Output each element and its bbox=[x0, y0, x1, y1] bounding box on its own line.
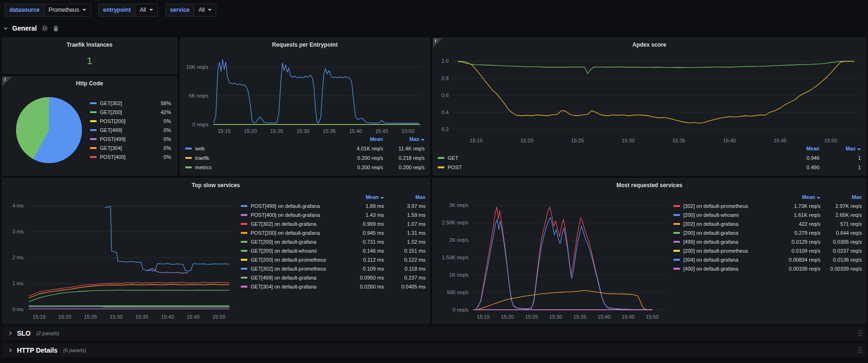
legend-item: POST[499]0% bbox=[90, 135, 171, 144]
legend-item-name[interactable]: [302] on default-grafana bbox=[673, 221, 779, 227]
legend-item-name[interactable]: POST bbox=[438, 165, 778, 170]
svg-text:15:25: 15:25 bbox=[525, 314, 538, 320]
panel-title-text: Requests per Entrypoint bbox=[272, 41, 337, 48]
series-swatch bbox=[438, 157, 444, 159]
series-swatch bbox=[90, 156, 97, 158]
legend-item: [302] on default-prometheus1.73K req/s2.… bbox=[673, 201, 862, 210]
legend-sort-mean[interactable]: Mean bbox=[778, 146, 819, 151]
legend-value: 422 req/s bbox=[779, 221, 820, 227]
most-requested-chart[interactable]: 0 req/s500 req/s1K req/s1.50K req/s2K re… bbox=[437, 192, 671, 320]
legend-item-name[interactable]: POST[400] on default-grafana bbox=[241, 212, 343, 218]
series-swatch bbox=[90, 129, 97, 131]
legend-item: POST[400] on default-grafana1.43 ms1.59 … bbox=[241, 210, 426, 219]
http-code-pie-chart[interactable] bbox=[16, 97, 82, 163]
svg-text:15:45: 15:45 bbox=[375, 128, 388, 134]
legend-value: 0.490 bbox=[778, 165, 819, 170]
panel-title-apdex[interactable]: Apdex score bbox=[433, 38, 866, 51]
legend-sort-mean[interactable]: Mean bbox=[779, 194, 820, 200]
legend-item: POST[499] on default-grafana1.89 ms3.97 … bbox=[241, 201, 426, 210]
sort-caret-icon bbox=[817, 197, 820, 199]
legend-item-name[interactable]: GET bbox=[438, 155, 778, 161]
series-swatch bbox=[438, 166, 444, 168]
legend-item-name[interactable]: traefik bbox=[185, 155, 342, 161]
http-code-legend: GET[302]58%GET[200]42%POST[200]0%GET[499… bbox=[90, 99, 171, 162]
series-swatch bbox=[673, 214, 680, 216]
var-service-select[interactable]: All bbox=[194, 4, 216, 16]
legend-item-name[interactable]: GET[304] on default-grafana bbox=[241, 284, 343, 289]
legend-header: MeanMax bbox=[241, 193, 426, 201]
legend-value: 58% bbox=[151, 100, 171, 106]
legend-item-name[interactable]: [499] on default-grafana bbox=[673, 239, 779, 245]
top-slow-chart[interactable]: 0 ms1 ms2 ms3 ms4 ms15:1515:2015:2515:30… bbox=[6, 192, 238, 320]
panel-title-requests[interactable]: Requests per Entrypoint bbox=[180, 38, 429, 51]
trash-icon[interactable] bbox=[53, 25, 59, 32]
variables-bar: datasource Prometheus entrypoint All ser… bbox=[0, 0, 868, 20]
svg-text:0.6: 0.6 bbox=[442, 92, 449, 98]
requests-chart[interactable]: 0 req/s5K req/s10K req/s15:1515:2015:251… bbox=[182, 51, 427, 134]
legend-value: 1.02 ms bbox=[384, 239, 426, 245]
gear-icon[interactable] bbox=[41, 25, 48, 32]
row-drag-handle[interactable] bbox=[858, 346, 862, 354]
row-header-http-details[interactable]: HTTP Details (6 panels) bbox=[2, 343, 866, 357]
legend-item-name[interactable]: GET[302] on default-prometheus bbox=[241, 266, 343, 272]
legend-item-name[interactable]: GET[302] bbox=[90, 100, 151, 106]
var-entrypoint-select[interactable]: All bbox=[135, 4, 157, 16]
legend-item-name[interactable]: metrics bbox=[185, 165, 342, 170]
legend-item-name[interactable]: GET[499] on default-grafana bbox=[241, 275, 343, 280]
legend-item-name[interactable]: [304] on default-grafana bbox=[673, 257, 779, 263]
legend-sort-max[interactable]: Max bbox=[384, 194, 426, 200]
panel-info-corner[interactable] bbox=[2, 77, 12, 86]
legend-item-name[interactable]: GET[200] on default-prometheus bbox=[241, 257, 343, 263]
var-entrypoint-value: All bbox=[139, 7, 146, 13]
row-drag-handle[interactable] bbox=[858, 330, 862, 337]
svg-text:15:45: 15:45 bbox=[774, 138, 787, 143]
legend-item-name[interactable]: GET[499] bbox=[90, 127, 151, 133]
legend-sort-max[interactable]: Max bbox=[819, 146, 861, 151]
legend-item-name[interactable]: POST[499] on default-grafana bbox=[241, 203, 343, 209]
panel-requests-per-entrypoint: Requests per Entrypoint 0 req/s5K req/s1… bbox=[180, 38, 430, 175]
panel-info-corner[interactable] bbox=[433, 38, 442, 48]
panel-title-most-requested[interactable]: Most requested services bbox=[433, 179, 866, 192]
series-swatch bbox=[90, 147, 97, 149]
panel-title-traefik-instances[interactable]: Traefik Instances bbox=[2, 38, 177, 51]
legend-item-name[interactable]: [200] on default-whoami bbox=[673, 212, 779, 218]
legend-item-name[interactable]: [400] on default-grafana bbox=[673, 266, 779, 272]
legend-value: 0.118 ms bbox=[384, 266, 426, 272]
legend-item-name[interactable]: GET[302] on default-grafana bbox=[241, 221, 343, 227]
svg-text:2 ms: 2 ms bbox=[12, 255, 24, 260]
legend-item-name[interactable]: [200] on default-grafana bbox=[673, 230, 779, 236]
svg-text:15:40: 15:40 bbox=[161, 314, 174, 320]
svg-text:15:30: 15:30 bbox=[549, 314, 563, 320]
legend-item-name[interactable]: POST[200] bbox=[90, 118, 151, 124]
series-swatch bbox=[673, 268, 680, 270]
legend-item-name[interactable]: GET[200] bbox=[90, 109, 151, 115]
legend-value: 0.00339 req/s bbox=[820, 266, 862, 272]
var-datasource-select[interactable]: Prometheus bbox=[44, 4, 91, 16]
legend-value: 1.07 ms bbox=[384, 221, 426, 227]
legend-item-name[interactable]: web bbox=[185, 146, 342, 151]
legend-item: [200] on default-whoami1.61K req/s2.65K … bbox=[673, 210, 862, 219]
legend-item-name[interactable]: GET[304] bbox=[90, 145, 151, 151]
legend-item-name[interactable]: [302] on default-prometheus bbox=[673, 203, 779, 209]
legend-item-name[interactable]: POST[499] bbox=[90, 136, 151, 142]
legend-item-name[interactable]: POST[200] on default-grafana bbox=[241, 230, 343, 236]
legend-item-name[interactable]: GET[200] on default-whoami bbox=[241, 248, 343, 254]
legend-sort-mean[interactable]: Mean bbox=[342, 136, 383, 142]
legend-item-name[interactable]: GET[200] on default-grafana bbox=[241, 239, 343, 245]
svg-text:15:50: 15:50 bbox=[213, 314, 226, 320]
panel-title-http-code[interactable]: Http Code bbox=[2, 77, 177, 90]
svg-text:15:35: 15:35 bbox=[323, 128, 336, 134]
svg-text:15:20: 15:20 bbox=[244, 128, 257, 134]
row-header-general[interactable]: General bbox=[2, 22, 59, 35]
legend-value: 11.4K req/s bbox=[383, 146, 425, 151]
legend-sort-max[interactable]: Max bbox=[820, 194, 862, 200]
chart-svg: 0 req/s5K req/s10K req/s15:1515:2015:251… bbox=[182, 51, 427, 134]
legend-item-name[interactable]: [200] on default-prometheus bbox=[673, 248, 779, 254]
panel-title-top-slow[interactable]: Top slow services bbox=[2, 179, 429, 192]
legend-sort-mean[interactable]: Mean bbox=[343, 194, 384, 200]
legend-item-name[interactable]: POST[400] bbox=[90, 154, 151, 160]
chart-svg: 0 req/s500 req/s1K req/s1.50K req/s2K re… bbox=[437, 192, 671, 320]
row-header-slo[interactable]: SLO (2 panels) bbox=[2, 326, 866, 340]
legend-sort-max[interactable]: Max bbox=[383, 136, 425, 142]
apdex-chart[interactable]: 0.20.40.60.81.015:1515:2015:2515:3015:35… bbox=[435, 51, 864, 144]
